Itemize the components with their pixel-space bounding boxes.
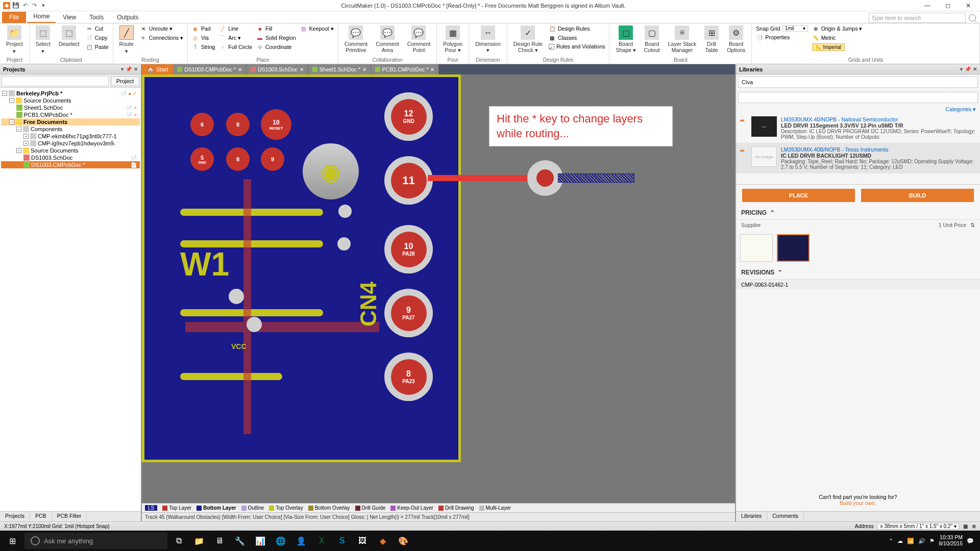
task-paint-icon[interactable]: 🎨	[394, 532, 412, 550]
close-button[interactable]: ✕	[961, 2, 976, 9]
notifications-icon[interactable]: 💬	[967, 538, 974, 544]
tab-outputs[interactable]: Outputs	[111, 12, 144, 23]
tree-cmp1[interactable]: +CMP-ekmb6fxc71pg3nt0c777-1	[1, 133, 140, 140]
properties-button[interactable]: 📑Properties	[755, 33, 808, 41]
maximize-button[interactable]: ◻	[940, 2, 955, 9]
task-app-icon[interactable]: 🔧	[231, 532, 249, 550]
paste-button[interactable]: 📋Paste	[85, 43, 110, 51]
file-tab[interactable]: File	[2, 12, 26, 23]
task-app-icon[interactable]: 📊	[251, 532, 270, 550]
layer-topoverlay[interactable]: Top Overlay	[269, 505, 303, 511]
revisions-header[interactable]: REVISIONS⌃	[736, 266, 980, 280]
board-cutout-button[interactable]: ▢Board Cutout	[641, 24, 663, 54]
violations-button[interactable]: Rules and Violations	[548, 43, 606, 50]
via[interactable]	[338, 205, 352, 218]
tree-source-docs[interactable]: −Source Documents	[1, 97, 140, 104]
layer-multilayer[interactable]: Multi-Layer	[479, 505, 511, 511]
revision-row[interactable]: CMP-0063-01462-1	[736, 280, 980, 290]
close-icon[interactable]: ✕	[238, 67, 242, 72]
drill-table-button[interactable]: ⊞Drill Table	[701, 24, 722, 54]
classes-button[interactable]: ▦Classes	[548, 34, 606, 42]
status-icon[interactable]: ⊕	[972, 523, 976, 529]
deselect-button[interactable]: ⬚Deselect	[56, 24, 83, 48]
layer-drillguide[interactable]: Drill Guide	[355, 505, 386, 511]
categories-link[interactable]: Categories ▾	[945, 106, 976, 112]
close-icon[interactable]: ✕	[430, 67, 434, 72]
tray-icon[interactable]: ☁	[897, 538, 903, 544]
origin-jumps-button[interactable]: ⊕Origin & Jumps ▾	[811, 24, 864, 33]
minimize-button[interactable]: —	[920, 2, 935, 9]
task-circuitmaker-icon[interactable]: ◆	[374, 532, 392, 550]
tab-tools[interactable]: Tools	[83, 12, 110, 23]
footprint-schematic[interactable]	[740, 234, 773, 262]
arc-button[interactable]: ⌒Arc ▾	[218, 34, 253, 42]
doc-tab-0[interactable]: DS1003.CMPcbDoc *✕	[173, 64, 247, 74]
design-rules-button[interactable]: 📋Design Rules	[548, 24, 606, 33]
tab-view[interactable]: View	[57, 12, 82, 23]
via-button[interactable]: ◎Via	[191, 34, 216, 42]
tray-volume-icon[interactable]: 🔊	[918, 538, 925, 544]
doc-tab-2[interactable]: Sheet1.SchDoc *✕	[308, 64, 371, 74]
tray-network-icon[interactable]: 📶	[907, 538, 914, 544]
tree-components[interactable]: −Components	[1, 126, 140, 133]
tree-cmp2[interactable]: +CMP-lg9xzv7epb1hdwyov3m9-	[1, 140, 140, 147]
route-button[interactable]: ╱Route▾	[116, 24, 137, 55]
layer-LS[interactable]: LS	[145, 505, 157, 511]
close-icon[interactable]: ✕	[362, 67, 366, 72]
task-excel-icon[interactable]: X	[312, 532, 331, 550]
result-row-0[interactable]: ☁ ▪▪▪ LM3530UMX-40/NOPB - National Semic…	[736, 113, 980, 143]
dimension-button[interactable]: ↔Dimension ▾	[472, 24, 504, 54]
layer-bottom[interactable]: Bottom Layer	[197, 505, 236, 511]
start-tab[interactable]: 🏠Start	[142, 64, 173, 74]
collapse-icon[interactable]: ⌃	[770, 209, 775, 216]
via[interactable]	[337, 237, 351, 251]
pad-11[interactable]: 11	[384, 156, 433, 205]
undo-icon[interactable]: ↶	[21, 2, 29, 9]
close-icon[interactable]: ✕	[300, 67, 304, 72]
coordinate-button[interactable]: ⊹Coordinate	[255, 43, 297, 51]
imperial-button[interactable]: 📐 Imperial	[811, 43, 864, 52]
tray-up-icon[interactable]: ⌃	[889, 538, 893, 544]
pad-8b[interactable]: 8	[226, 147, 250, 171]
pad-10[interactable]: 10PA28	[384, 225, 433, 273]
keepout-button[interactable]: ▧Keepout ▾	[299, 24, 335, 33]
pad-9[interactable]: 9PA27	[384, 289, 433, 337]
project-tree[interactable]: −Berkeley.PrjPcb *📄 ● ✓ −Source Document…	[0, 88, 141, 511]
project-button[interactable]: 📁Project▾	[3, 24, 26, 55]
tree-sheet1[interactable]: Sheet1.SchDoc📄 +	[1, 104, 140, 111]
pcb-canvas[interactable]: 12GND 11 10PA28 9PA27 8PA23 6 8 10RESET …	[142, 74, 735, 503]
cut-button[interactable]: ✂Cut	[85, 24, 110, 33]
layer-top[interactable]: Top Layer	[162, 505, 191, 511]
via[interactable]	[229, 289, 244, 304]
library-results[interactable]: ☁ ▪▪▪ LM3530UMX-40/NOPB - National Semic…	[736, 113, 980, 185]
collapse-icon[interactable]: ⌃	[777, 269, 782, 276]
panel-close-icon[interactable]: ✕	[134, 66, 138, 72]
pad-5[interactable]: 5GND	[190, 147, 214, 171]
start-button[interactable]: ⊞	[2, 531, 22, 551]
panel-dropdown-icon[interactable]: ▾	[121, 66, 124, 72]
save-icon[interactable]: 💾	[12, 2, 19, 9]
taskview-icon[interactable]: ⧉	[169, 532, 188, 550]
unroute-button[interactable]: ✕Unroute ▾	[139, 24, 184, 33]
status-icon[interactable]: ▦	[963, 523, 968, 529]
pricing-header[interactable]: PRICING⌃	[736, 206, 980, 220]
address-combo[interactable]: x 38mm x 5mm / 1" x 1.5" x 0.2" ▾	[877, 523, 959, 530]
layer-drilldrawing[interactable]: Drill Drawing	[438, 505, 474, 511]
board-shape-button[interactable]: ▢Board Shape ▾	[612, 24, 639, 54]
pad-button[interactable]: ◉Pad	[191, 24, 216, 33]
pad-12[interactable]: 12GND	[384, 92, 433, 141]
panel-close-icon[interactable]: ✕	[973, 66, 977, 72]
project-filter-input[interactable]	[2, 76, 109, 86]
string-button[interactable]: TString	[191, 43, 216, 51]
tree-free-docs[interactable]: −Free Documents	[1, 118, 140, 126]
project-button-small[interactable]: Project	[111, 76, 139, 86]
layer-bottomoverlay[interactable]: Bottom Overlay	[308, 505, 350, 511]
library-search-input[interactable]	[738, 77, 978, 88]
violations-checkbox[interactable]	[549, 44, 554, 49]
layer-keepout[interactable]: Keep-Out Layer	[390, 505, 433, 511]
tree-ds-pcb[interactable]: DS1003.CMPcbDoc *📄	[1, 161, 140, 168]
tree-root[interactable]: −Berkeley.PrjPcb *📄 ● ✓	[1, 90, 140, 97]
via[interactable]	[247, 317, 262, 332]
metric-button[interactable]: 📏Metric	[811, 34, 864, 42]
panel-tab-comments[interactable]: Comments	[767, 512, 804, 521]
